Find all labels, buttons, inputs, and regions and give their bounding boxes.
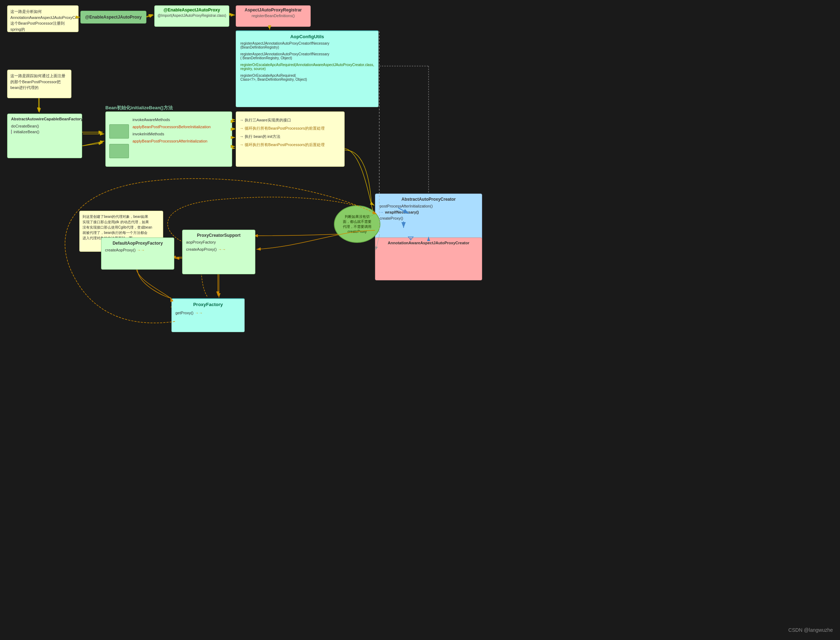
- initialize-bean-label: Bean初始化initializeBean()方法: [106, 105, 173, 111]
- proxy-factory: ProxyFactory getProxy() →→: [171, 298, 245, 332]
- initialize-bean-methods: invokeAwareMethods applyBeanPostProcesso…: [106, 111, 232, 167]
- abstract-autowire-capable-bean-factory: AbstractAutowireCapableBeanFactory doCre…: [7, 114, 82, 158]
- note-bean-post-processor: 这一路是跟踪如何通过上面注册的那个BeanPostProcessor把bean进…: [7, 70, 72, 98]
- abstract-auto-proxy-creator: AbstractAutoProxyCreator postProcessAfte…: [375, 194, 482, 240]
- aop-config-utils: AopConfigUtils registerAspectJAnnotation…: [236, 30, 379, 107]
- bubble-no-aspect: 判断如果没有切面，都么就不需要代理，不需要调用createProxy: [334, 205, 380, 243]
- initialize-bean-descriptions: → 执行三Aware实现类的接口 → 循环执行所有BeanPostProcess…: [236, 111, 345, 167]
- enable-aspectj-annotation-detail: @EnableAspectJAutoProxy @Import(AspectJA…: [154, 5, 229, 27]
- enable-aspectj-auto-proxy-box: @EnableAspectJAutoProxy: [80, 11, 146, 24]
- annotation-aware-aspectj-auto-proxy-creator: AnnotationAwareAspectJAutoProxyCreator: [375, 237, 482, 280]
- proxy-creator-support: ProxyCreatorSupport aopProxyFactory crea…: [182, 230, 255, 274]
- default-aop-proxy-factory: DefaultAopProxyFactory createAopProxy() …: [101, 237, 174, 270]
- aspectj-auto-proxy-registrar: AspectJAutoProxyRegistrar registerBeanDe…: [236, 5, 311, 27]
- watermark: CSDN @langwuzhe: [788, 627, 833, 633]
- note-annotation-aware: 这一路是分析如何 AnnotationAwareAspectJAutoProxy…: [7, 5, 78, 32]
